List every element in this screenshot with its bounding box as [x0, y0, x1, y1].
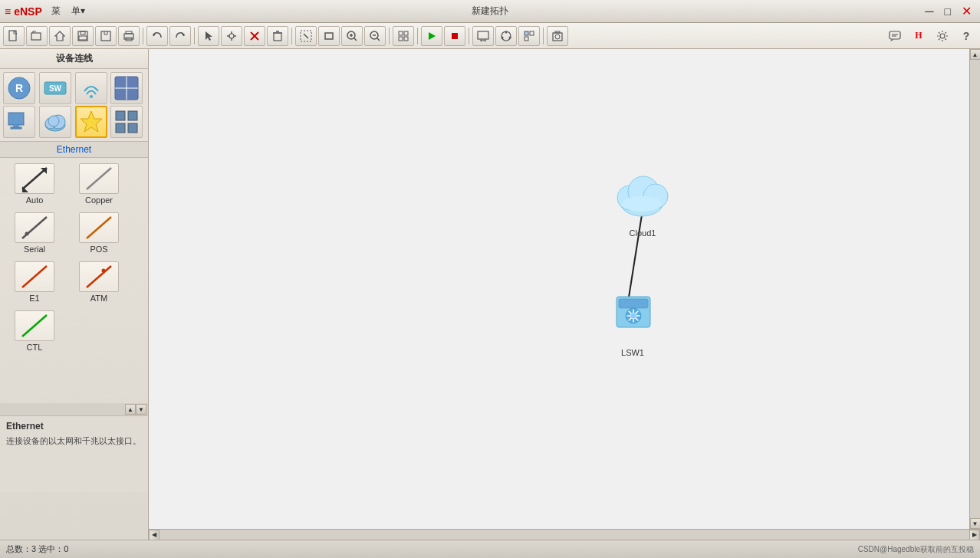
device-switch-btn[interactable]: SW	[39, 72, 71, 104]
svg-line-80	[87, 266, 111, 287]
stop-button[interactable]	[444, 26, 465, 46]
app-logo: ≡ eNSP	[5, 5, 42, 18]
menu-item-dan[interactable]: 单▾	[67, 3, 90, 19]
svg-rect-28	[399, 31, 403, 35]
cable-serial[interactable]: Serial	[5, 210, 64, 256]
cable-row-4: CTL	[5, 308, 143, 354]
status-count: 总数：3 选中：0	[6, 543, 68, 555]
undo-button[interactable]	[146, 26, 168, 46]
export-button[interactable]	[95, 26, 117, 46]
scroll-right-arrow[interactable]: ▶	[969, 530, 980, 540]
svg-rect-68	[116, 111, 125, 120]
svg-rect-6	[101, 31, 110, 41]
logo-text: eNSP	[14, 5, 42, 18]
cloud1-label: Cloud1	[630, 228, 656, 238]
device-pc-btn[interactable]	[3, 106, 35, 138]
monitor-button[interactable]	[472, 26, 494, 46]
select-button[interactable]	[198, 26, 219, 46]
svg-point-39	[505, 31, 508, 33]
cable-pos[interactable]: POS	[69, 210, 129, 256]
scroll-down-arrow[interactable]: ▼	[136, 404, 146, 415]
svg-line-82	[22, 315, 47, 336]
svg-point-46	[555, 34, 560, 39]
zoom-in-button[interactable]	[341, 26, 363, 46]
open-button[interactable]	[26, 26, 48, 46]
print-button[interactable]	[118, 26, 140, 46]
bottom-scrollbar[interactable]: ◀ ▶	[149, 529, 980, 540]
zoom-out-button[interactable]	[364, 26, 386, 46]
svg-rect-33	[452, 33, 458, 39]
left-panel: 设备连线 R SW	[0, 49, 149, 540]
save-button[interactable]	[72, 26, 94, 46]
device-other-btn[interactable]	[110, 106, 143, 138]
cloud1-node[interactable]	[617, 176, 668, 216]
window-title: 新建拓扑	[472, 5, 508, 18]
cable-e1[interactable]: E1	[5, 259, 64, 305]
maximize-button[interactable]: □	[941, 5, 955, 18]
settings-icon-btn[interactable]	[932, 26, 953, 46]
cable-auto[interactable]: Auto	[5, 161, 64, 207]
cable-scroll-container[interactable]: Auto Copper	[0, 158, 148, 403]
scroll-bottom-arrow[interactable]: ▼	[970, 518, 981, 529]
svg-point-81	[102, 269, 106, 273]
home-button[interactable]	[49, 26, 71, 46]
svg-rect-44	[525, 37, 528, 41]
right-scrollbar[interactable]: ▲ ▼	[969, 49, 980, 529]
topo2-button[interactable]	[518, 26, 540, 46]
topo-button[interactable]	[495, 26, 517, 46]
capture-button[interactable]	[547, 26, 568, 46]
huawei-logo-btn[interactable]: H	[908, 26, 929, 46]
svg-line-78	[87, 217, 111, 238]
pan-button[interactable]	[221, 26, 242, 46]
main-area: 设备连线 R SW	[0, 49, 980, 540]
new-button[interactable]	[3, 26, 25, 46]
scroll-left-arrow[interactable]: ◀	[149, 530, 159, 540]
minimize-button[interactable]: ─	[921, 5, 937, 18]
cable-scroll-inner: Auto Copper	[0, 158, 148, 360]
grid-button[interactable]	[393, 26, 414, 46]
svg-point-66	[48, 116, 59, 126]
play-button[interactable]	[421, 26, 442, 46]
delete-button[interactable]	[244, 26, 265, 46]
close-button[interactable]: ✕	[958, 4, 975, 18]
separator	[143, 28, 143, 44]
cable-ctl[interactable]: CTL	[5, 308, 64, 354]
redo-button[interactable]	[169, 26, 191, 46]
svg-point-77	[25, 232, 29, 236]
svg-rect-70	[116, 123, 125, 133]
device-cloud-btn[interactable]	[39, 106, 71, 138]
help-icon-btn[interactable]: ?	[955, 26, 977, 46]
delete2-button[interactable]	[267, 26, 288, 46]
device-network-btn[interactable]	[110, 72, 143, 104]
device-router-btn[interactable]: R	[3, 72, 35, 104]
cable-atm[interactable]: ATM	[69, 259, 129, 305]
separator5	[417, 28, 418, 44]
shape-button[interactable]	[318, 26, 340, 46]
svg-point-41	[502, 36, 504, 38]
canvas-row: Cloud1 LSW1 ▲	[149, 49, 980, 529]
svg-rect-71	[128, 123, 137, 133]
device-wireless-btn[interactable]	[75, 72, 107, 104]
svg-marker-2	[55, 31, 64, 41]
cable-copper-icon	[79, 163, 119, 194]
cable-copper[interactable]: Copper	[69, 161, 129, 207]
scroll-top-arrow[interactable]: ▲	[970, 49, 981, 60]
device-ethernet-btn[interactable]	[75, 106, 107, 138]
lsw1-label: LSW1	[621, 348, 644, 357]
svg-rect-5	[79, 36, 87, 40]
info-panel: Ethernet 连接设备的以太网和千兆以太接口。	[0, 415, 148, 492]
menu-bar: 菜 单▾	[47, 3, 90, 19]
line-button[interactable]	[295, 26, 317, 46]
svg-line-79	[22, 266, 47, 287]
svg-point-12	[229, 34, 234, 38]
info-description: 连接设备的以太网和千兆以太接口。	[6, 435, 142, 448]
lsw1-node[interactable]	[617, 297, 650, 327]
scroll-up-arrow[interactable]: ▲	[125, 404, 136, 415]
svg-rect-30	[399, 37, 403, 41]
svg-rect-60	[8, 113, 24, 125]
menu-item-cai[interactable]: 菜	[47, 3, 65, 19]
cable-atm-icon	[79, 261, 119, 292]
canvas-area[interactable]: Cloud1 LSW1	[149, 49, 969, 529]
connection-line	[628, 210, 643, 302]
chat-icon-btn[interactable]	[884, 26, 906, 46]
